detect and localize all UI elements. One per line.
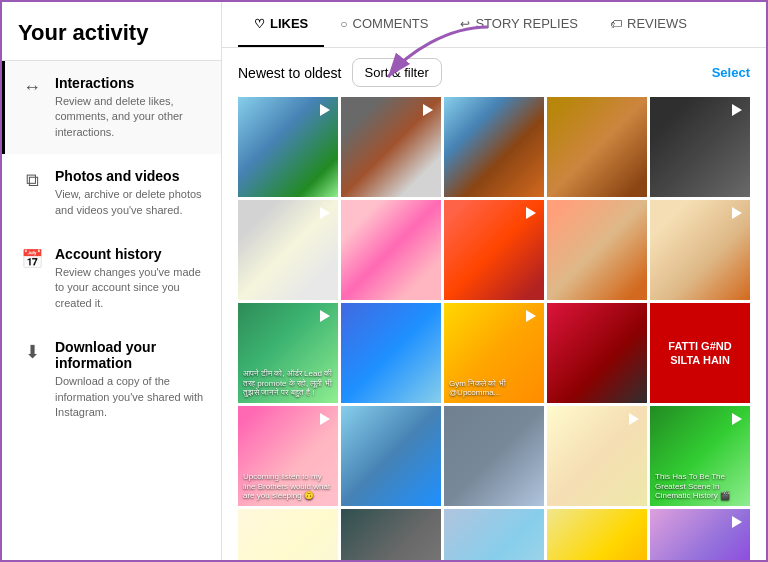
video-icon-13: [523, 308, 539, 327]
grid-item-9[interactable]: [547, 200, 647, 300]
annotation-arrow: [378, 22, 498, 82]
likes-tab-label: LIKES: [270, 16, 308, 31]
sidebar-header: Your activity: [2, 2, 221, 61]
page-title: Your activity: [18, 20, 205, 46]
download-info-description: Download a copy of the information you'v…: [55, 374, 205, 420]
account-history-icon: 📅: [21, 248, 43, 270]
download-info-icon: ⬇: [21, 341, 43, 363]
grid-item-25[interactable]: [650, 509, 750, 560]
video-icon-25: [729, 514, 745, 533]
sort-label: Newest to oldest: [238, 65, 342, 81]
tab-likes[interactable]: ♡ LIKES: [238, 2, 324, 47]
photos-videos-label: Photos and videos: [55, 168, 205, 184]
grid-item-4[interactable]: [547, 97, 647, 197]
grid-item-19[interactable]: [547, 406, 647, 506]
interactions-label: Interactions: [55, 75, 205, 91]
grid-container: आपने टीम को, ऑर्डर Lead की तरह promote क…: [222, 97, 766, 560]
interactions-icon: ↔: [21, 77, 43, 98]
grid-item-overlay-16: Upcoming listen to my line Brothers woul…: [243, 472, 333, 501]
grid-item-overlay-15: FATTI G#ND SILTA HAIN: [650, 303, 750, 403]
grid-item-14[interactable]: [547, 303, 647, 403]
video-icon-5: [729, 102, 745, 121]
account-history-description: Review changes you've made to your accou…: [55, 265, 205, 311]
download-info-label: Download your information: [55, 339, 205, 371]
photos-videos-description: View, archive or delete photos and video…: [55, 187, 205, 218]
video-icon-10: [729, 205, 745, 224]
toolbar-left: Newest to oldest Sort & filter: [238, 58, 442, 87]
download-info-text: Download your information Download a cop…: [55, 339, 205, 420]
account-history-label: Account history: [55, 246, 205, 262]
grid-item-3[interactable]: [444, 97, 544, 197]
grid-item-23[interactable]: On My Husband: [444, 509, 544, 560]
select-button[interactable]: Select: [712, 65, 750, 80]
grid-item-20[interactable]: This Has To Be The Greatest Scene In Cin…: [650, 406, 750, 506]
reviews-tab-label: REVIEWS: [627, 16, 687, 31]
grid-item-2[interactable]: [341, 97, 441, 197]
grid-item-17[interactable]: [341, 406, 441, 506]
grid-item-7[interactable]: [341, 200, 441, 300]
grid-item-15[interactable]: FATTI G#ND SILTA HAIN: [650, 303, 750, 403]
grid-item-22[interactable]: [341, 509, 441, 560]
sidebar-item-account-history[interactable]: 📅 Account history Review changes you've …: [2, 232, 221, 325]
video-icon-20: [729, 411, 745, 430]
video-icon-8: [523, 205, 539, 224]
grid-item-16[interactable]: Upcoming listen to my line Brothers woul…: [238, 406, 338, 506]
tab-reviews[interactable]: 🏷 REVIEWS: [594, 2, 703, 47]
video-icon-6: [317, 205, 333, 224]
photos-videos-text: Photos and videos View, archive or delet…: [55, 168, 205, 218]
app-container: Your activity ↔ Interactions Review and …: [2, 2, 766, 560]
photo-grid: आपने टीम को, ऑर्डर Lead की तरह promote क…: [238, 97, 750, 560]
grid-item-12[interactable]: [341, 303, 441, 403]
sidebar-item-photos-videos[interactable]: ⧉ Photos and videos View, archive or del…: [2, 154, 221, 232]
likes-tab-icon: ♡: [254, 17, 265, 31]
grid-item-overlay-11: आपने टीम को, ऑर्डर Lead की तरह promote क…: [243, 369, 333, 398]
grid-item-6[interactable]: [238, 200, 338, 300]
main-content: ♡ LIKES ○ COMMENTS ↩ STORY REPLIES 🏷 REV…: [222, 2, 766, 560]
grid-item-10[interactable]: [650, 200, 750, 300]
interactions-text: Interactions Review and delete likes, co…: [55, 75, 205, 140]
photos-videos-icon: ⧉: [21, 170, 43, 191]
grid-item-24[interactable]: [547, 509, 647, 560]
sidebar-items: ↔ Interactions Review and delete likes, …: [2, 61, 221, 434]
video-icon-1: [317, 102, 333, 121]
grid-item-13[interactable]: Gym निकले को भी @Upcomma...: [444, 303, 544, 403]
grid-item-18[interactable]: [444, 406, 544, 506]
video-icon-19: [626, 411, 642, 430]
toolbar: Newest to oldest Sort & filter Select: [222, 48, 766, 97]
grid-item-5[interactable]: [650, 97, 750, 197]
sidebar: Your activity ↔ Interactions Review and …: [2, 2, 222, 560]
sidebar-item-download-info[interactable]: ⬇ Download your information Download a c…: [2, 325, 221, 434]
reviews-tab-icon: 🏷: [610, 17, 622, 31]
video-icon-2: [420, 102, 436, 121]
grid-item-1[interactable]: [238, 97, 338, 197]
grid-item-21[interactable]: [238, 509, 338, 560]
grid-item-overlay-20: This Has To Be The Greatest Scene In Cin…: [655, 472, 745, 501]
grid-item-overlay-13: Gym निकले को भी @Upcomma...: [449, 379, 539, 398]
sidebar-item-interactions[interactable]: ↔ Interactions Review and delete likes, …: [2, 61, 221, 154]
video-icon-11: [317, 308, 333, 327]
interactions-description: Review and delete likes, comments, and y…: [55, 94, 205, 140]
video-icon-16: [317, 411, 333, 430]
account-history-text: Account history Review changes you've ma…: [55, 246, 205, 311]
grid-item-11[interactable]: आपने टीम को, ऑर्डर Lead की तरह promote क…: [238, 303, 338, 403]
comments-tab-icon: ○: [340, 17, 347, 31]
grid-item-8[interactable]: [444, 200, 544, 300]
